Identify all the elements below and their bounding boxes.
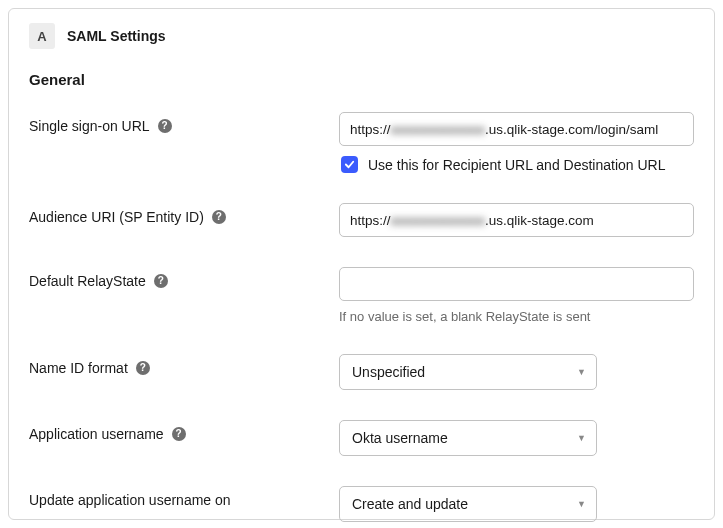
chevron-down-icon: ▼ [577,367,586,377]
help-icon[interactable]: ? [212,210,226,224]
help-icon[interactable]: ? [136,361,150,375]
label-audience-uri: Audience URI (SP Entity ID) ? [29,203,339,225]
row-audience-uri: Audience URI (SP Entity ID) ? https://xx… [29,203,694,237]
name-id-format-select[interactable]: Unspecified ▼ [339,354,597,390]
recipient-url-checkbox[interactable] [341,156,358,173]
name-id-format-value: Unspecified [352,364,425,380]
sso-url-checkbox-row: Use this for Recipient URL and Destinati… [341,156,694,173]
chevron-down-icon: ▼ [577,433,586,443]
update-username-select[interactable]: Create and update ▼ [339,486,597,522]
step-letter-badge: A [29,23,55,49]
chevron-down-icon: ▼ [577,499,586,509]
recipient-url-checkbox-label: Use this for Recipient URL and Destinati… [368,157,666,173]
help-icon[interactable]: ? [158,119,172,133]
help-icon[interactable]: ? [172,427,186,441]
audience-uri-input[interactable]: https://xxxxxxxxxxxxxx.us.qlik-stage.com [339,203,694,237]
app-username-select[interactable]: Okta username ▼ [339,420,597,456]
app-username-value: Okta username [352,430,448,446]
label-sso-url: Single sign-on URL ? [29,112,339,134]
update-username-value: Create and update [352,496,468,512]
label-relaystate: Default RelayState ? [29,267,339,289]
row-relaystate: Default RelayState ? If no value is set,… [29,267,694,324]
sso-url-input[interactable]: https://xxxxxxxxxxxxxx.us.qlik-stage.com… [339,112,694,146]
panel-header: A SAML Settings [29,23,694,49]
row-update-username: Update application username on Create an… [29,486,694,522]
label-name-id-format: Name ID format ? [29,354,339,376]
section-general-title: General [29,71,694,88]
relaystate-helper: If no value is set, a blank RelayState i… [339,309,694,324]
row-sso-url: Single sign-on URL ? https://xxxxxxxxxxx… [29,112,694,173]
label-app-username: Application username ? [29,420,339,442]
label-update-username: Update application username on [29,486,339,508]
check-icon [344,159,355,170]
relaystate-input[interactable] [339,267,694,301]
help-icon[interactable]: ? [154,274,168,288]
row-name-id-format: Name ID format ? Unspecified ▼ [29,354,694,390]
saml-settings-panel: A SAML Settings General Single sign-on U… [8,8,715,520]
panel-title: SAML Settings [67,28,166,44]
step-letter: A [37,29,46,44]
row-app-username: Application username ? Okta username ▼ [29,420,694,456]
